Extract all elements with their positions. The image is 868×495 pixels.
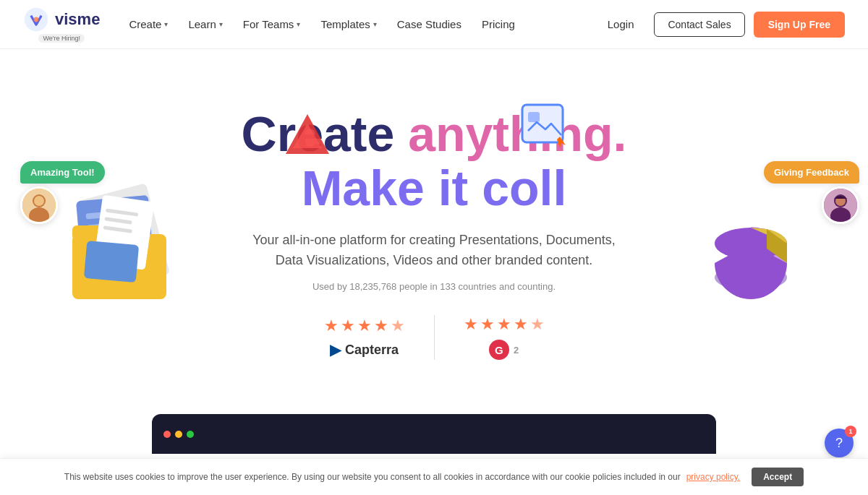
- triangle-icon: [282, 111, 333, 161]
- nav-create[interactable]: Create ▾: [120, 12, 176, 36]
- capterra-logo: ▶ Capterra: [330, 341, 399, 358]
- nav-create-label: Create: [129, 18, 161, 30]
- star-4: ★: [514, 315, 528, 334]
- browser-dot-red: [163, 431, 171, 438]
- triangle-decoration: [282, 111, 333, 164]
- logo-image: visme: [23, 7, 100, 33]
- chevron-down-icon: ▾: [373, 20, 377, 28]
- help-notification-badge: 1: [845, 426, 856, 437]
- giving-feedback-bubble-text: Giving Feedback: [764, 161, 859, 184]
- svg-rect-5: [528, 112, 540, 122]
- svg-point-10: [34, 196, 44, 206]
- g2-rating: ★ ★ ★ ★ ★ G 2: [434, 315, 574, 360]
- svg-point-1: [33, 17, 38, 22]
- nav-learn-label: Learn: [188, 18, 216, 30]
- navbar: visme We're Hiring! Create ▾ Learn ▾ For…: [0, 0, 868, 49]
- login-button[interactable]: Login: [596, 12, 646, 36]
- g2-stars: ★ ★ ★ ★ ★: [464, 315, 545, 334]
- nav-pricing[interactable]: Pricing: [473, 12, 524, 36]
- hero-section: Amazing Tool! Giving Feedback: [0, 49, 868, 454]
- hero-title-line1: Create anything.: [0, 107, 868, 161]
- ratings-row: ★ ★ ★ ★ ★ ▶ Capterra ★ ★ ★ ★ ★ G 2: [0, 315, 868, 360]
- nav-templates[interactable]: Templates ▾: [312, 12, 385, 36]
- image-frame-icon: [521, 103, 570, 150]
- avatar-male: [20, 186, 58, 224]
- logo-area[interactable]: visme We're Hiring!: [23, 7, 100, 43]
- navbar-left: visme We're Hiring! Create ▾ Learn ▾ For…: [23, 7, 524, 43]
- hero-subtitle: Your all-in-one platform for creating Pr…: [246, 230, 622, 272]
- star-4: ★: [374, 317, 388, 335]
- logo-text: visme: [55, 10, 100, 29]
- chevron-down-icon: ▾: [219, 20, 223, 28]
- capterra-rating: ★ ★ ★ ★ ★ ▶ Capterra: [295, 317, 434, 358]
- capterra-stars: ★ ★ ★ ★ ★: [324, 317, 405, 335]
- pie-chart-decoration: [709, 223, 803, 313]
- star-5: ★: [530, 315, 545, 334]
- nav-case-studies[interactable]: Case Studies: [388, 12, 470, 36]
- browser-bar: [152, 414, 716, 454]
- g2-logo: G 2: [489, 340, 519, 360]
- document-stack-icon: [58, 176, 188, 310]
- nav-learn[interactable]: Learn ▾: [179, 12, 231, 36]
- chevron-down-icon: ▾: [297, 20, 300, 28]
- help-button[interactable]: ? 1: [825, 429, 854, 454]
- star-3: ★: [357, 317, 372, 335]
- browser-dot-yellow: [175, 431, 182, 438]
- star-3: ★: [497, 315, 511, 334]
- signup-button[interactable]: Sign Up Free: [754, 12, 845, 38]
- bubble-giving-feedback: Giving Feedback: [764, 161, 859, 224]
- document-stack-decoration: [58, 176, 188, 313]
- navbar-right: Login Contact Sales Sign Up Free: [596, 12, 845, 38]
- nav-templates-label: Templates: [320, 18, 370, 30]
- star-2: ★: [480, 315, 495, 334]
- pie-chart-icon: [709, 223, 803, 310]
- nav-for-teams[interactable]: For Teams ▾: [234, 12, 310, 36]
- star-5: ★: [391, 317, 405, 335]
- help-question-icon: ?: [835, 436, 843, 451]
- star-1: ★: [464, 315, 478, 334]
- visme-logo-icon: [23, 7, 49, 33]
- hiring-badge: We're Hiring!: [38, 34, 85, 43]
- contact-sales-button[interactable]: Contact Sales: [654, 12, 744, 37]
- image-frame-decoration: [521, 103, 570, 152]
- browser-dot-green: [187, 431, 194, 438]
- capterra-label: Capterra: [345, 343, 399, 358]
- star-1: ★: [324, 317, 339, 335]
- male-avatar-svg: [22, 189, 56, 222]
- nav-items: Create ▾ Learn ▾ For Teams ▾ Templates ▾…: [120, 12, 523, 36]
- svg-rect-25: [84, 241, 139, 283]
- nav-for-teams-label: For Teams: [243, 18, 294, 30]
- nav-case-studies-label: Case Studies: [397, 18, 461, 30]
- star-2: ★: [341, 317, 355, 335]
- g2-logo-icon: G: [489, 340, 509, 360]
- g2-superscript: 2: [514, 345, 519, 356]
- chevron-down-icon: ▾: [164, 20, 168, 28]
- nav-pricing-label: Pricing: [482, 18, 515, 30]
- female-avatar-svg: [824, 189, 857, 222]
- svg-rect-4: [522, 105, 563, 142]
- avatar-female: [822, 186, 859, 224]
- capterra-arrow-icon: ▶: [330, 341, 341, 358]
